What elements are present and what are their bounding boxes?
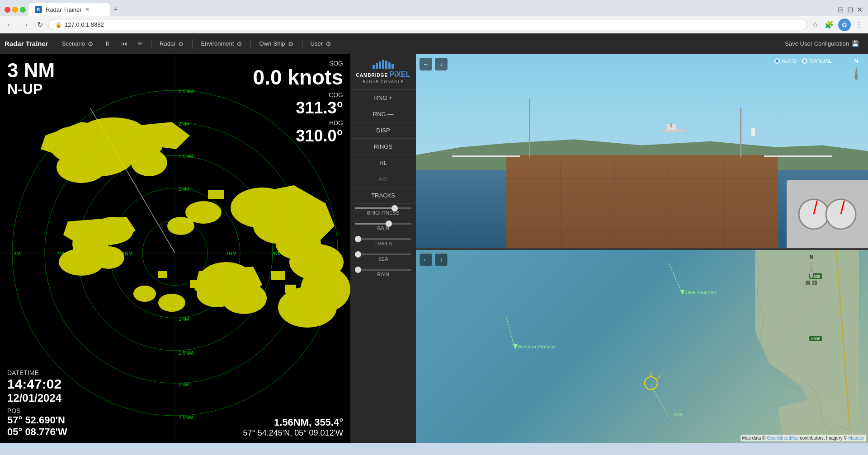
own-ship-label: Own-Ship <box>259 40 285 47</box>
view-mode-selector: AUTO MANUAL <box>774 58 832 64</box>
save-icon: 💾 <box>852 40 859 47</box>
radar-display[interactable]: 0.5NM 1NM 1.5NM 2NM 2.5NM 2NM 1NM 1NM 2N… <box>0 54 350 443</box>
nav-edit[interactable]: ✏ <box>133 38 147 50</box>
railing-left <box>452 155 520 157</box>
svg-point-50 <box>133 286 156 302</box>
view-3d-left-button[interactable]: ← <box>420 58 432 70</box>
instrument-panel <box>787 180 868 248</box>
tab-close-button[interactable]: ✕ <box>85 6 90 13</box>
reload-button[interactable]: ↻ <box>34 19 46 31</box>
gain-thumb[interactable] <box>386 220 392 227</box>
rain-thumb[interactable] <box>355 267 361 273</box>
auto-mode-option[interactable]: AUTO <box>774 58 797 64</box>
svg-text:2.5NM: 2.5NM <box>179 415 193 420</box>
environment-settings-icon: ⚙ <box>236 40 242 47</box>
manual-label: MANUAL <box>809 58 832 64</box>
brightness-track[interactable] <box>355 207 411 209</box>
extensions-button[interactable]: 🧩 <box>823 19 835 31</box>
rng-plus-button[interactable]: RNG + <box>350 90 416 106</box>
logo-bar-7 <box>392 64 394 69</box>
svg-rect-70 <box>670 123 672 127</box>
osm-link[interactable]: OpenStreetMap <box>767 436 799 441</box>
svg-point-54 <box>167 217 194 235</box>
nav-divider-1 <box>151 39 151 48</box>
nav-scenario[interactable]: Scenario ⚙ <box>57 38 98 50</box>
save-config-button[interactable]: Save User Configuration 💾 <box>780 38 863 50</box>
lighthouse <box>751 128 755 136</box>
logo-bar-4 <box>382 60 384 69</box>
gain-track[interactable] <box>355 223 411 225</box>
forward-button[interactable]: → <box>19 19 32 31</box>
mapbox-link[interactable]: Mapbox <box>848 436 864 441</box>
sea-track[interactable] <box>355 253 411 255</box>
disp-button[interactable]: DISP <box>350 122 416 139</box>
radar-date: 12/01/2024 <box>7 392 67 404</box>
view-3d-down-button[interactable]: ↓ <box>435 58 448 70</box>
svg-text:1.5NM: 1.5NM <box>179 154 193 159</box>
railing-right <box>764 155 832 157</box>
logo-image: CAMBRIDGE PiXEL RADAR CONSOLE <box>356 60 410 84</box>
radar-top-left: 3 NM N-UP <box>7 60 55 98</box>
radar-bottom-left: DATETIME 14:47:02 12/01/2024 POS 57° 52.… <box>7 369 67 438</box>
nav-user[interactable]: User ⚙ <box>306 38 336 50</box>
manual-mode-option[interactable]: MANUAL <box>802 58 832 64</box>
brightness-thumb[interactable] <box>392 205 398 211</box>
map-left-button[interactable]: ← <box>420 253 432 266</box>
radar-time: 14:47:02 <box>7 376 67 392</box>
bookmark-button[interactable]: ☆ <box>810 19 820 31</box>
back-button[interactable]: ← <box>4 19 16 31</box>
map-controls: ← ↑ <box>420 253 448 266</box>
hl-button[interactable]: HL <box>350 155 416 171</box>
nav-environment[interactable]: Environment ⚙ <box>196 38 247 50</box>
map-up-button[interactable]: ↑ <box>435 253 448 266</box>
nav-radar[interactable]: Radar ⚙ <box>155 38 189 50</box>
logo-bar-1 <box>373 65 375 69</box>
nav-divider-3 <box>250 39 251 48</box>
rings-button[interactable]: RINGS <box>350 139 416 155</box>
sea-thumb[interactable] <box>355 251 361 258</box>
address-bar[interactable]: 🔒 127.0.0.1:8882 <box>48 19 807 30</box>
cursor-coord: 57° 54.245'N, 05° 09.012'W <box>243 428 343 438</box>
sky-bg <box>416 54 868 161</box>
attribution-text: Map data © <box>742 436 767 441</box>
logo-bars <box>373 60 394 69</box>
app-title: Radar Trainer <box>5 40 48 47</box>
user-settings-icon: ⚙ <box>326 40 331 47</box>
auto-radio[interactable] <box>774 58 780 64</box>
browser-tab[interactable]: R Radar Trainer ✕ <box>28 3 110 16</box>
address-text: 127.0.0.1:8882 <box>65 21 104 28</box>
radar-range: 3 NM <box>7 60 55 81</box>
nav-own-ship[interactable]: Own-Ship ⚙ <box>255 38 298 50</box>
svg-point-49 <box>158 294 185 312</box>
ais-button[interactable]: AIS <box>350 171 416 188</box>
nav-reset[interactable]: ⏮ <box>117 38 132 50</box>
new-tab-button[interactable]: + <box>110 3 122 16</box>
menu-button[interactable]: ⋮ <box>854 19 864 31</box>
rng-minus-button[interactable]: RNG — <box>350 106 416 122</box>
app: Radar Trainer Scenario ⚙ ⏸ ⏮ ✏ Radar ⚙ E… <box>0 33 868 443</box>
nav-pause[interactable]: ⏸ <box>100 38 115 50</box>
manual-radio[interactable] <box>802 58 807 64</box>
cog-value: 311.3° <box>253 99 343 117</box>
svg-marker-73 <box>854 66 858 80</box>
svg-text:2.5NM: 2.5NM <box>179 89 193 94</box>
edit-icon: ✏ <box>138 40 143 47</box>
right-panel: ← ↓ AUTO MANUAL N <box>416 54 868 443</box>
tab-favicon: R <box>35 6 42 13</box>
sea-section: SEA <box>350 250 416 265</box>
logo-bar-6 <box>388 62 391 69</box>
profile-icon[interactable]: G <box>838 19 851 31</box>
top-nav: Radar Trainer Scenario ⚙ ⏸ ⏮ ✏ Radar ⚙ E… <box>0 33 868 54</box>
tracks-button[interactable]: TRACKS <box>350 188 416 204</box>
logo-bar-2 <box>376 63 378 69</box>
radar-orientation: N-UP <box>7 81 55 97</box>
svg-marker-79 <box>680 290 685 295</box>
radar-bottom-right: 1.56NM, 355.4° 57° 54.245'N, 05° 09.012'… <box>243 417 343 438</box>
user-label: User <box>311 40 323 47</box>
trails-thumb[interactable] <box>355 236 361 242</box>
svg-point-36 <box>278 287 337 328</box>
svg-text:1NM: 1NM <box>226 251 236 256</box>
trails-track[interactable] <box>355 238 411 240</box>
svg-point-41 <box>93 246 124 269</box>
rain-track[interactable] <box>355 269 411 271</box>
